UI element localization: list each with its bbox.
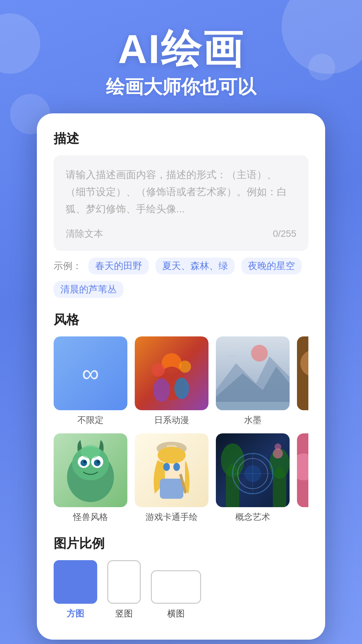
anime-image xyxy=(135,336,208,410)
svg-point-19 xyxy=(80,445,101,459)
style-label-ink: 水墨 xyxy=(244,414,261,426)
style-label-anime: 日系动漫 xyxy=(154,414,189,426)
svg-point-36 xyxy=(275,443,281,450)
svg-point-2 xyxy=(152,363,165,377)
svg-point-3 xyxy=(179,361,191,373)
ratio-label-portrait: 竖图 xyxy=(115,608,133,620)
examples-row: 示例： 春天的田野 夏天、森林、绿 夜晚的星空 清晨的芦苇丛 xyxy=(54,258,308,298)
partial-svg-1 xyxy=(297,336,308,410)
main-card: 描述 请输入描述画面内容，描述的形式：（主语）、（细节设定）、（修饰语或者艺术家… xyxy=(37,113,325,640)
style-section: 风格 ∞ 不限定 xyxy=(54,311,308,523)
style-label-concept: 概念艺术 xyxy=(235,511,270,523)
description-textarea-box[interactable]: 请输入描述画面内容，描述的形式：（主语）、（细节设定）、（修饰语或者艺术家）。例… xyxy=(54,155,308,251)
ratio-options-row: 方图 竖图 横图 xyxy=(54,560,308,620)
svg-point-23 xyxy=(158,447,186,464)
svg-point-24 xyxy=(163,463,170,471)
svg-rect-8 xyxy=(216,402,290,410)
style-label-monster: 怪兽风格 xyxy=(73,511,108,523)
style-item-ink[interactable]: . . . 水墨 xyxy=(216,336,290,426)
game-svg xyxy=(135,433,208,507)
ratio-section: 图片比例 方图 竖图 横图 xyxy=(54,535,308,620)
style-item-game[interactable]: 游戏卡通手绘 xyxy=(135,433,208,523)
app-subtitle: 绘画大师你也可以 xyxy=(20,74,342,100)
ratio-box-portrait xyxy=(107,560,141,604)
ratio-item-square[interactable]: 方图 xyxy=(54,560,97,620)
description-placeholder: 请输入描述画面内容，描述的形式：（主语）、（细节设定）、（修饰语或者艺术家）。例… xyxy=(66,166,296,217)
example-tag-2[interactable]: 夜晚的星空 xyxy=(241,258,302,274)
style-item-unlimit[interactable]: ∞ 不限定 xyxy=(54,336,127,426)
style-item-monster[interactable]: 怪兽风格 xyxy=(54,433,127,523)
svg-point-4 xyxy=(153,378,170,402)
style-row-2: 怪兽风格 xyxy=(54,433,308,523)
monster-svg xyxy=(54,433,127,507)
describe-section-label: 描述 xyxy=(54,130,308,147)
example-tag-0[interactable]: 春天的田野 xyxy=(88,258,149,274)
style-item-anime[interactable]: 日系动漫 xyxy=(135,336,208,426)
svg-point-5 xyxy=(174,378,189,399)
clear-text-button[interactable]: 清除文本 xyxy=(66,227,103,240)
ratio-label-square: 方图 xyxy=(67,608,84,620)
ratio-section-label: 图片比例 xyxy=(54,535,308,552)
ratio-item-landscape[interactable]: 横图 xyxy=(151,560,201,620)
ratio-item-portrait[interactable]: 竖图 xyxy=(107,560,141,620)
style-section-label: 风格 xyxy=(54,311,308,328)
ratio-box-landscape xyxy=(151,570,201,604)
svg-point-6 xyxy=(251,345,268,362)
header: AI绘画 绘画大师你也可以 xyxy=(0,0,362,113)
ratio-label-landscape: 横图 xyxy=(167,608,185,620)
partial-svg-2 xyxy=(297,433,308,507)
examples-label: 示例： xyxy=(54,260,82,272)
style-label-unlimit: 不限定 xyxy=(77,414,104,426)
example-tag-3[interactable]: 清晨的芦苇丛 xyxy=(54,281,123,298)
ink-svg: . . . xyxy=(216,336,290,410)
style-item-concept[interactable]: 概念艺术 xyxy=(216,433,290,523)
anime-svg xyxy=(141,343,202,404)
example-tag-1[interactable]: 夏天、森林、绿 xyxy=(156,258,235,274)
concept-svg xyxy=(216,433,290,507)
svg-point-15 xyxy=(80,460,87,466)
svg-point-17 xyxy=(83,461,86,463)
style-row-1: ∞ 不限定 xyxy=(54,336,308,426)
char-count: 0/255 xyxy=(273,228,296,239)
svg-point-16 xyxy=(94,460,101,466)
svg-rect-26 xyxy=(160,479,183,499)
svg-point-25 xyxy=(173,463,180,471)
style-item-partial-2[interactable] xyxy=(297,433,308,523)
style-label-game: 游戏卡通手绘 xyxy=(145,511,198,523)
style-item-partial-1[interactable] xyxy=(297,336,308,426)
ratio-box-square xyxy=(54,560,97,604)
infinity-icon: ∞ xyxy=(82,360,99,387)
app-title: AI绘画 xyxy=(20,27,342,71)
svg-point-38 xyxy=(297,453,308,480)
svg-text:. . .: . . . xyxy=(229,353,235,358)
svg-point-18 xyxy=(97,461,100,463)
